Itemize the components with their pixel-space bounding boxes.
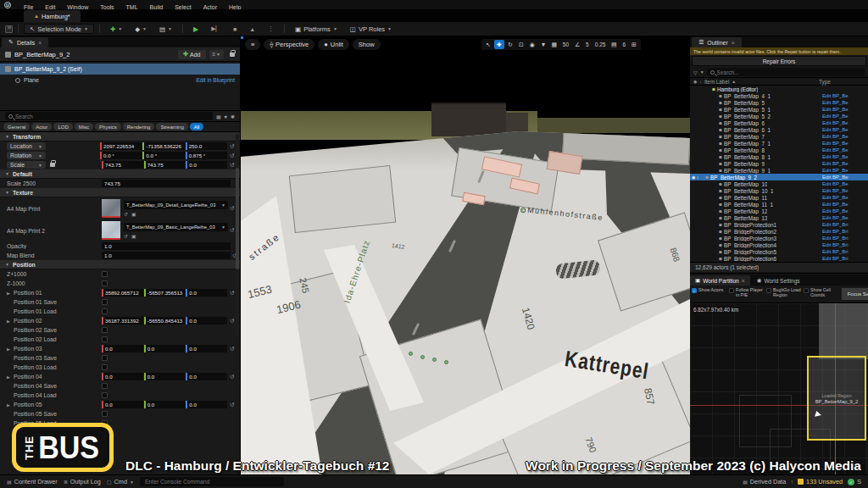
play-options-button[interactable]: ⋮ bbox=[263, 24, 279, 34]
content-drawer-button[interactable]: ▤Content Drawer bbox=[7, 478, 58, 485]
value-x[interactable]: 36187.331392 bbox=[102, 317, 143, 324]
texture-thumbnail[interactable] bbox=[102, 199, 120, 218]
expander-icon[interactable]: ▶ bbox=[7, 402, 14, 408]
tab-world-partition[interactable]: ▣ World Partition × bbox=[690, 275, 750, 286]
value-y[interactable]: 0.0 bbox=[144, 345, 186, 352]
edit-blueprint-link[interactable]: Edit BP_Bri bbox=[822, 229, 868, 234]
unsaved-button[interactable]: 133 Unsaved bbox=[798, 478, 843, 485]
copy-icon[interactable]: ▣ bbox=[131, 211, 136, 217]
outliner-row[interactable]: ◉ ↓ ◼ BP_BetterMap_6 Edit BP_Be bbox=[690, 119, 868, 126]
value-y[interactable]: 743.75 bbox=[144, 161, 186, 169]
close-icon[interactable]: × bbox=[732, 40, 735, 46]
filter-chip[interactable]: General bbox=[3, 123, 30, 130]
outliner-row[interactable]: ◉ ↓ ◼ BP_BetterMap_11_1 Edit BP_Be bbox=[690, 201, 868, 208]
value-x[interactable]: 0.0 bbox=[102, 373, 143, 380]
scale-snap-value[interactable]: 0.25 bbox=[593, 40, 609, 49]
value-x[interactable]: 743.75 bbox=[102, 161, 143, 169]
outliner-row[interactable]: ◉ ↓ ◼ BP_BetterMap_5_2 Edit BP_Be bbox=[690, 113, 868, 119]
favorites-icon[interactable]: ★ bbox=[224, 114, 228, 119]
edit-blueprint-link[interactable]: Edit BP_Be bbox=[822, 93, 868, 98]
outliner-row[interactable]: ◉ ↓ ◼ BP_BetterMap_7 Edit BP_Be bbox=[690, 133, 868, 140]
expander-icon[interactable]: ▶ bbox=[7, 347, 14, 352]
eject-button[interactable]: ▲ bbox=[244, 24, 260, 34]
save-icon[interactable] bbox=[5, 25, 13, 33]
outliner-row[interactable]: ◉ ↓ ◼ BP_BetterMap_13 Edit BP_Be bbox=[690, 214, 868, 221]
edit-blueprint-link[interactable]: Edit BP_Be bbox=[822, 120, 868, 125]
edit-blueprint-link[interactable]: Edit BP_Be bbox=[822, 114, 868, 119]
texture-thumbnail[interactable] bbox=[102, 221, 120, 240]
filter-chip[interactable]: Misc bbox=[75, 123, 93, 130]
selection-rectangle[interactable]: Loaded Region BP_BetterMap_9_2 bbox=[807, 356, 866, 441]
edit-blueprint-link[interactable]: Edit BP_Be bbox=[822, 134, 868, 139]
browse-icon[interactable]: ↺ bbox=[124, 233, 128, 239]
revision-control-button[interactable]: ✓S bbox=[848, 478, 861, 485]
checkbox[interactable] bbox=[102, 364, 108, 370]
expander-icon[interactable]: ▶ bbox=[7, 291, 14, 296]
edit-blueprint-link[interactable]: Edit BP_Be bbox=[822, 154, 868, 159]
map-blend-value[interactable]: 1.0 bbox=[102, 252, 231, 259]
edit-blueprint-link[interactable]: Edit BP_Be bbox=[822, 141, 868, 146]
filter-chip[interactable]: All bbox=[190, 123, 204, 130]
outliner-row[interactable]: ◉ ↓ ◼ BP_BridgeProtection1 Edit BP_Bri bbox=[690, 221, 868, 228]
output-log-button[interactable]: ≣Output Log bbox=[64, 478, 101, 485]
outliner-search-box[interactable] bbox=[707, 68, 865, 76]
edit-blueprint-link[interactable]: Edit BP_Be bbox=[822, 175, 868, 180]
reset-icon[interactable]: ↺ bbox=[228, 346, 236, 352]
search-input[interactable] bbox=[15, 114, 209, 119]
checkbox[interactable] bbox=[102, 336, 108, 342]
camera-icon[interactable]: ▤ bbox=[609, 40, 619, 49]
outliner-row[interactable]: ◉ ↓ ◼ BP_BetterMap_9 Edit BP_Be bbox=[690, 160, 868, 167]
show-dropdown[interactable]: Show bbox=[353, 39, 381, 50]
checkbox[interactable] bbox=[804, 288, 809, 293]
selection-mode-dropdown[interactable]: ↖ Selection Mode▼ bbox=[24, 24, 94, 34]
edit-blueprint-link[interactable]: Edit BP_Bri bbox=[822, 256, 868, 261]
add-actor-button[interactable]: ✚▼ bbox=[105, 24, 127, 34]
grid-view-icon[interactable]: ▦ bbox=[216, 114, 221, 119]
edit-blueprint-link[interactable]: Edit BP_Be bbox=[822, 208, 868, 214]
filter-chip[interactable]: Rendering bbox=[123, 123, 155, 130]
outliner-row[interactable]: ◉ ↓ ◼ BP_BetterMap_11 Edit BP_Be bbox=[690, 194, 868, 201]
checkbox[interactable] bbox=[102, 271, 108, 277]
scale-lock-icon[interactable] bbox=[50, 163, 55, 167]
unreal-logo-icon[interactable]: U bbox=[4, 2, 11, 8]
rotation-snap-value[interactable]: 5 bbox=[583, 40, 592, 49]
checkbox[interactable] bbox=[729, 288, 734, 293]
edit-blueprint-link[interactable]: Edit BP_Be bbox=[822, 100, 868, 105]
edit-blueprint-link[interactable]: Edit BP_Be bbox=[822, 147, 868, 152]
filter-chip[interactable]: LOD bbox=[53, 123, 72, 130]
value-z[interactable]: 0.0 bbox=[186, 161, 227, 169]
alert-icon[interactable]: ! bbox=[791, 480, 793, 485]
play-button[interactable]: ▶ bbox=[188, 24, 203, 34]
grid-snap-value[interactable]: 50 bbox=[560, 40, 571, 49]
tab-world-settings[interactable]: ◉ World Settings bbox=[752, 275, 805, 286]
checkbox[interactable] bbox=[102, 392, 108, 398]
browse-icon[interactable]: ↺ bbox=[124, 211, 128, 217]
filter-icon[interactable]: ▽ bbox=[693, 69, 698, 75]
axis-dropdown[interactable]: Location▼ bbox=[7, 142, 46, 150]
outliner-row[interactable]: ◉ ↓ ◼ BP_BetterMap_9_2 Edit BP_Be bbox=[690, 174, 868, 180]
edit-in-blueprint-link[interactable]: Edit in Blueprint bbox=[196, 77, 235, 83]
outliner-row[interactable]: ◉ ↓ ◼ BP_BetterMap_8_1 Edit BP_Be bbox=[690, 153, 868, 160]
filter-chip[interactable]: Physics bbox=[95, 123, 121, 130]
gear-icon[interactable]: ✱ bbox=[231, 114, 235, 119]
section-position[interactable]: ▼Position bbox=[0, 260, 240, 269]
value-x[interactable]: 35892.065712 bbox=[102, 289, 143, 297]
axis-dropdown[interactable]: Rotation▼ bbox=[7, 152, 46, 159]
cinematics-button[interactable]: ▤▼ bbox=[154, 24, 177, 34]
wp-toggle[interactable]: BugItGo Load Region bbox=[766, 287, 802, 297]
vp-roles-dropdown[interactable]: ◫VP Roles▼ bbox=[345, 24, 397, 34]
cmd-dropdown[interactable]: ▢Cmd▼ bbox=[107, 478, 134, 485]
world-partition-minimap[interactable]: 6.82x7.97x0.40 km Loaded Region BP_Bette… bbox=[690, 302, 868, 474]
value-y[interactable]: 0.0 ° bbox=[142, 152, 184, 159]
edit-blueprint-link[interactable]: Edit BP_Be bbox=[822, 161, 868, 166]
section-transform[interactable]: ▼Transform bbox=[0, 132, 240, 141]
section-default[interactable]: ▼Default bbox=[0, 169, 240, 179]
outliner-row[interactable]: ◉ ↓ ◼ BP_BetterMap_5 Edit BP_Be bbox=[690, 99, 868, 106]
asset-dropdown[interactable]: T_BetterMap_09_Detail_LangeReihe_03▼ bbox=[124, 201, 228, 209]
wp-toggle[interactable]: Show Actors bbox=[692, 287, 727, 297]
checkbox[interactable] bbox=[102, 308, 108, 314]
value-y[interactable]: 0.0 bbox=[144, 373, 186, 380]
value-z[interactable]: 0.0 bbox=[186, 345, 227, 352]
eye-icon[interactable]: ◉ bbox=[693, 79, 697, 84]
outliner-row[interactable]: ◉ ↓ ◼ BP_BridgeProtection6 Edit BP_Bri bbox=[690, 255, 868, 262]
